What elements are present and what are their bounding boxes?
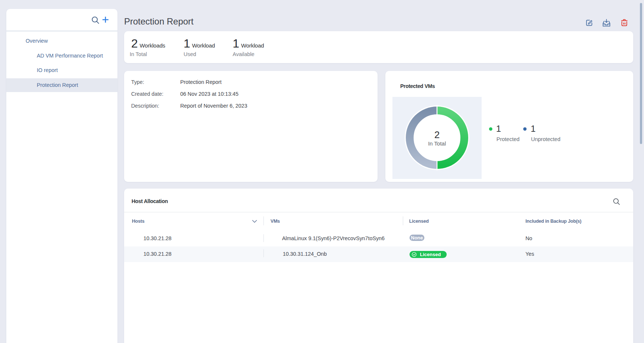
svg-text:2: 2 — [434, 129, 440, 140]
